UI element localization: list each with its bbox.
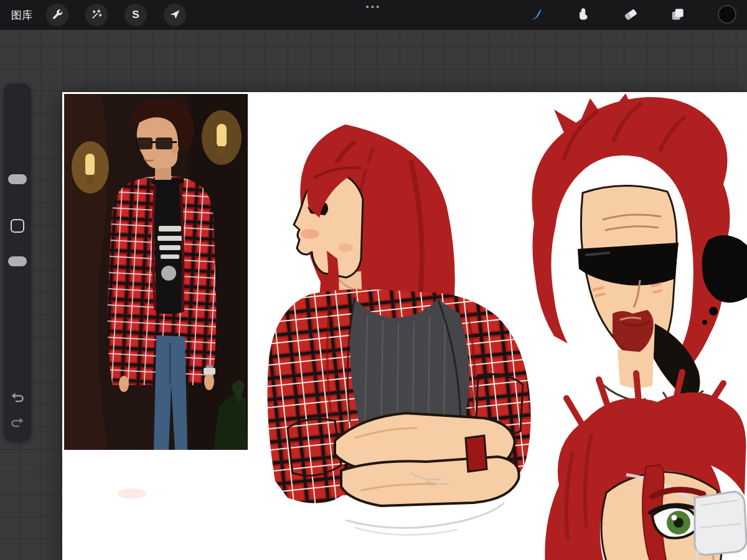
eyepatch-figure-sketch	[545, 372, 746, 560]
opacity-slider[interactable]	[8, 256, 27, 266]
paint-tool-button[interactable]	[528, 6, 544, 24]
eraser-icon	[622, 6, 639, 24]
undo-icon	[9, 398, 26, 408]
undo-button[interactable]	[9, 390, 26, 408]
adjustments-button[interactable]	[85, 4, 108, 26]
multitask-handle[interactable]: •••	[366, 1, 382, 12]
color-swatch-button[interactable]	[717, 4, 737, 26]
reference-photo	[64, 94, 248, 450]
artwork	[62, 92, 747, 560]
gallery-button[interactable]: 图库	[0, 8, 37, 22]
paint-smudge	[117, 488, 147, 498]
main-figure-sketch	[268, 124, 531, 535]
procreate-window: 图库	[0, 0, 747, 560]
transform-button[interactable]	[164, 4, 186, 26]
paint-brush-icon	[528, 6, 544, 24]
wrench-icon	[51, 8, 63, 22]
eraser-tool-button[interactable]	[622, 6, 639, 24]
workspace	[0, 30, 747, 560]
drawing-canvas[interactable]	[62, 92, 747, 560]
actions-button[interactable]	[46, 4, 68, 26]
layers-icon	[670, 6, 686, 24]
magic-wand-icon	[90, 8, 103, 22]
smudge-tool-button[interactable]	[575, 6, 591, 24]
modify-button[interactable]	[11, 219, 24, 233]
sunglasses-figure-sketch	[532, 93, 731, 437]
redo-button[interactable]	[9, 414, 26, 432]
color-swatch	[717, 4, 737, 26]
selection-s-icon: S	[132, 9, 139, 21]
redo-icon	[9, 423, 26, 432]
side-toolbar	[4, 83, 31, 442]
layers-button[interactable]	[670, 6, 686, 24]
smudge-finger-icon	[575, 6, 591, 24]
topbar: 图库	[0, 0, 747, 30]
selection-button[interactable]: S	[125, 4, 147, 26]
transform-arrow-icon	[169, 8, 181, 22]
brush-size-slider[interactable]	[8, 174, 27, 184]
